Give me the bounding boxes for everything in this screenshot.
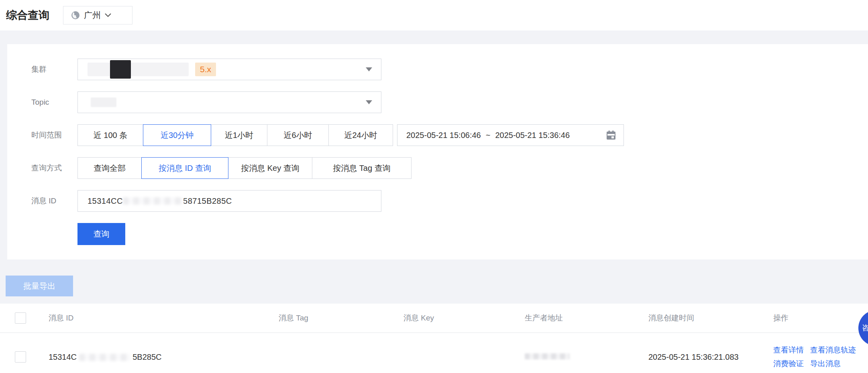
- row-select-cell: [0, 351, 49, 363]
- message-id-row: 消息 ID 15314CC 58715B285C: [7, 190, 868, 212]
- page-title: 综合查询: [6, 8, 49, 22]
- redacted-cluster-name: [88, 63, 189, 76]
- results-table: 消息 ID 消息 Tag 消息 Key 生产者地址 消息创建时间 操作 1531…: [0, 304, 868, 373]
- globe-icon: [71, 10, 80, 20]
- date-range-picker[interactable]: 2025-05-21 15:06:46 ~ 2025-05-21 15:36:4…: [397, 124, 624, 146]
- message-id-value-suffix: 58715B285C: [183, 197, 232, 206]
- cell-producer-address: [525, 353, 648, 361]
- region-selector[interactable]: 广州: [63, 6, 132, 24]
- date-range-separator: ~: [486, 131, 491, 140]
- row-checkbox[interactable]: [15, 351, 26, 363]
- query-mode-label: 查询方式: [7, 163, 77, 173]
- header-message-key: 消息 Key: [403, 313, 525, 323]
- header-created-time: 消息创建时间: [648, 313, 773, 323]
- select-all-cell: [0, 312, 49, 324]
- time-range-options: 近 100 条 近30分钟 近1小时 近6小时 近24小时: [77, 124, 393, 146]
- batch-export-button[interactable]: 批量导出: [6, 276, 73, 296]
- mode-option-by-message-tag[interactable]: 按消息 Tag 查询: [312, 157, 412, 179]
- date-range-end: 2025-05-21 15:36:46: [495, 131, 570, 140]
- table-header-row: 消息 ID 消息 Tag 消息 Key 生产者地址 消息创建时间 操作: [0, 304, 868, 333]
- consult-label: 咨: [862, 323, 868, 333]
- page-header: 综合查询 广州: [0, 0, 868, 30]
- cell-operations: 查看详情 查看消息轨迹 消费验证 导出消息: [773, 345, 868, 369]
- query-form-panel: 集群 5.x Topic 时间范围 近 100 条 近30分钟 近1小时 近6小…: [7, 44, 868, 259]
- cluster-version-badge: 5.x: [195, 63, 216, 76]
- time-option-last-6h[interactable]: 近6小时: [267, 124, 329, 146]
- time-option-last-1h[interactable]: 近1小时: [211, 124, 267, 146]
- time-option-last-100[interactable]: 近 100 条: [77, 124, 143, 146]
- view-message-trace-link[interactable]: 查看消息轨迹: [810, 345, 856, 355]
- cluster-row: 集群 5.x: [7, 59, 868, 80]
- select-all-checkbox[interactable]: [15, 312, 26, 324]
- mode-option-by-message-id[interactable]: 按消息 ID 查询: [141, 157, 228, 179]
- redacted-topic-name: [91, 97, 116, 107]
- message-id-value-prefix: 15314CC: [88, 197, 123, 206]
- header-message-tag: 消息 Tag: [279, 313, 403, 323]
- header-producer-address: 生产者地址: [525, 313, 648, 323]
- query-mode-row: 查询方式 查询全部 按消息 ID 查询 按消息 Key 查询 按消息 Tag 查…: [7, 157, 868, 179]
- row-message-id-suffix: 5B285C: [132, 353, 161, 361]
- calendar-icon[interactable]: [606, 130, 616, 140]
- cluster-select[interactable]: 5.x: [77, 59, 381, 80]
- message-id-input[interactable]: 15314CC 58715B285C: [77, 190, 381, 212]
- cell-message-id: 15314C 5B285C: [49, 353, 279, 362]
- message-id-label: 消息 ID: [7, 196, 77, 206]
- chevron-down-icon: [104, 13, 112, 18]
- mode-option-by-message-key[interactable]: 按消息 Key 查询: [228, 157, 312, 179]
- date-range-start: 2025-05-21 15:06:46: [406, 131, 481, 140]
- region-label: 广州: [84, 10, 101, 21]
- query-submit-button[interactable]: 查询: [77, 223, 125, 245]
- view-details-link[interactable]: 查看详情: [773, 345, 804, 355]
- header-operations: 操作: [773, 313, 868, 323]
- topic-row: Topic: [7, 91, 868, 113]
- header-message-id: 消息 ID: [49, 313, 279, 323]
- consume-verify-link[interactable]: 消费验证: [773, 359, 804, 369]
- row-message-id-prefix: 15314C: [49, 353, 77, 361]
- topic-select[interactable]: [77, 91, 381, 113]
- time-option-last-24h[interactable]: 近24小时: [328, 124, 393, 146]
- cell-created-time: 2025-05-21 15:36:21.083: [648, 353, 773, 362]
- time-option-last-30min[interactable]: 近30分钟: [143, 124, 211, 146]
- cluster-label: 集群: [7, 64, 77, 75]
- redacted-producer-address: [525, 353, 570, 359]
- mode-option-query-all[interactable]: 查询全部: [77, 157, 142, 179]
- redacted-message-id-middle: [123, 197, 183, 205]
- time-range-label: 时间范围: [7, 130, 77, 140]
- dropdown-arrow-icon: [366, 67, 372, 71]
- redacted-row-message-id-middle: [79, 354, 130, 361]
- query-mode-options: 查询全部 按消息 ID 查询 按消息 Key 查询 按消息 Tag 查询: [77, 157, 412, 179]
- dropdown-arrow-icon: [366, 100, 372, 104]
- topic-label: Topic: [7, 98, 77, 107]
- submit-row: 查询: [7, 223, 868, 245]
- time-range-row: 时间范围 近 100 条 近30分钟 近1小时 近6小时 近24小时 2025-…: [7, 124, 868, 146]
- table-row: 15314C 5B285C 2025-05-21 15:36:21.083 查看…: [0, 333, 868, 373]
- export-message-link[interactable]: 导出消息: [810, 359, 841, 369]
